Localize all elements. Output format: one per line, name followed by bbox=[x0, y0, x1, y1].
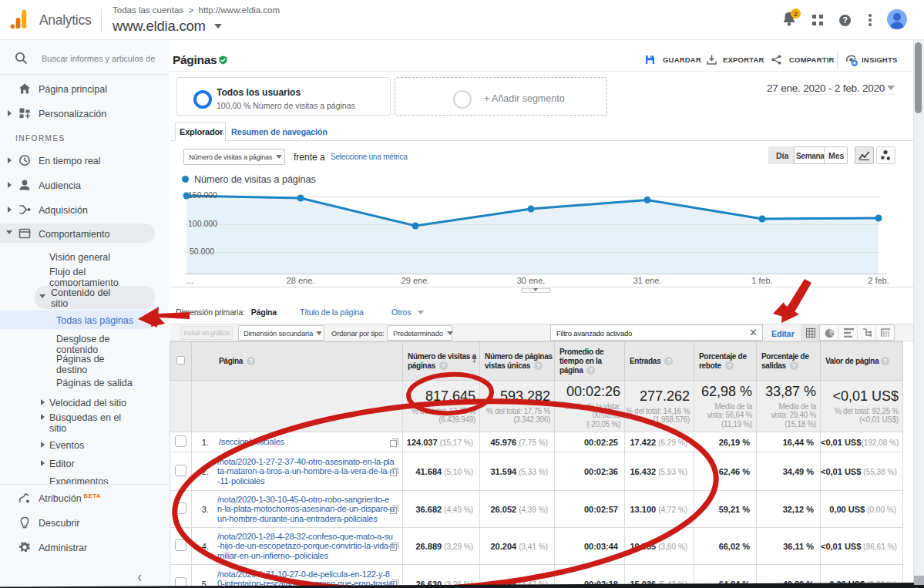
svg-text:100.000: 100.000 bbox=[188, 219, 217, 228]
svg-text:29 ene.: 29 ene. bbox=[402, 276, 430, 285]
svg-text:28 ene.: 28 ene. bbox=[287, 276, 315, 285]
svg-text:1 feb.: 1 feb. bbox=[751, 276, 773, 285]
svg-text:50.000: 50.000 bbox=[190, 247, 214, 256]
svg-text:150.000: 150.000 bbox=[188, 190, 217, 200]
svg-text:2 feb.: 2 feb. bbox=[868, 276, 889, 285]
svg-text:30 ene.: 30 ene. bbox=[517, 276, 546, 285]
svg-text:31 ene.: 31 ene. bbox=[633, 276, 662, 285]
svg-text:...: ... bbox=[186, 276, 193, 285]
